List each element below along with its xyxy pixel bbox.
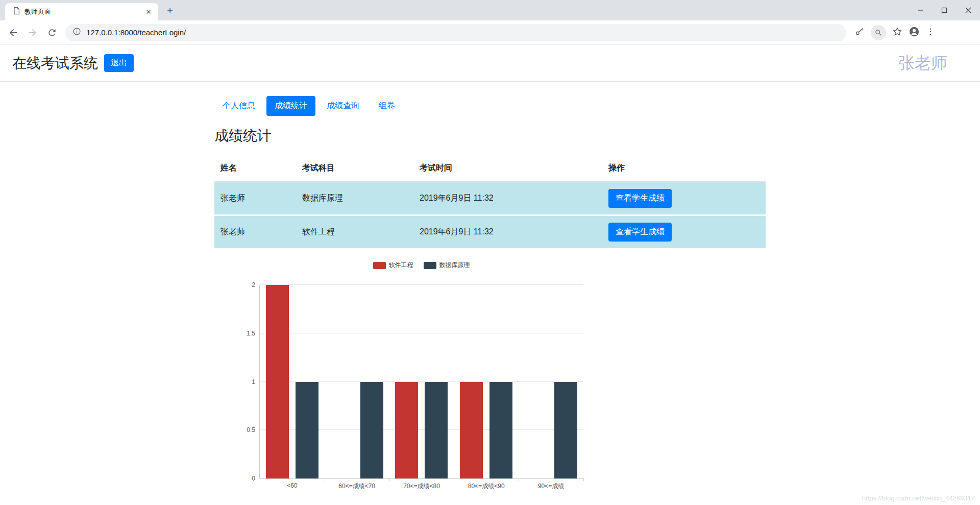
- table-row: 张老师 软件工程 2019年6月9日 11:32 查看学生成绩: [214, 215, 766, 249]
- browser-tabstrip: 教师页面 ✕ +: [0, 0, 980, 20]
- cell-subject: 软件工程: [296, 215, 413, 249]
- chart-category-cell: 60<=成绩<70: [325, 285, 389, 478]
- main-content: 个人信息 成绩统计 成绩查询 组卷 成绩统计 姓名 考试科目 考试时间 操作 张…: [214, 82, 766, 479]
- bookmark-star-icon[interactable]: [892, 27, 902, 39]
- x-axis-tick-label: 60<=成绩<70: [325, 482, 389, 491]
- chart-legend: 软件工程数据库原理: [259, 261, 583, 270]
- browser-toolbar: 127.0.0.1:8000/teacherLogin/: [0, 20, 980, 45]
- chart-category-cell: 80<=成绩<90: [454, 285, 519, 478]
- legend-swatch: [424, 262, 436, 269]
- cell-name: 张老师: [214, 182, 296, 215]
- window-maximize-button[interactable]: [932, 0, 956, 20]
- tab-paper-assembly[interactable]: 组卷: [371, 96, 403, 116]
- url-text[interactable]: 127.0.0.1:8000/teacherLogin/: [86, 28, 186, 37]
- browser-tab-title: 教师页面: [24, 7, 140, 16]
- cell-subject: 数据库原理: [296, 182, 413, 215]
- chart-category-cell: 90<=成绩: [519, 285, 583, 478]
- bar-软件工程: [395, 382, 418, 479]
- header-name: 姓名: [214, 155, 296, 182]
- tab-close-icon[interactable]: ✕: [144, 7, 153, 16]
- legend-label: 数据库原理: [439, 261, 470, 270]
- y-axis-tick-label: 1: [252, 378, 255, 386]
- x-axis-tick-label: 80<=成绩<90: [454, 482, 519, 491]
- view-student-scores-button[interactable]: 查看学生成绩: [608, 223, 672, 242]
- site-navbar: 在线考试系统 退出 张老师: [0, 45, 980, 82]
- y-axis-tick-label: 1.5: [247, 330, 255, 337]
- forward-button[interactable]: [23, 23, 42, 42]
- teacher-name: 张老师: [898, 52, 947, 75]
- site-brand: 在线考试系统: [12, 54, 98, 73]
- y-axis-tick-label: 2: [252, 281, 255, 288]
- window-minimize-button[interactable]: [908, 0, 932, 20]
- tab-score-statistics[interactable]: 成绩统计: [266, 96, 315, 116]
- chart-category-cell: <60: [260, 285, 325, 478]
- bar-数据库原理: [425, 382, 448, 479]
- new-tab-button[interactable]: +: [162, 3, 178, 18]
- address-bar[interactable]: 127.0.0.1:8000/teacherLogin/: [65, 24, 846, 41]
- view-student-scores-button[interactable]: 查看学生成绩: [608, 189, 672, 208]
- cell-name: 张老师: [214, 215, 296, 249]
- legend-item[interactable]: 软件工程: [373, 261, 413, 270]
- table-header-row: 姓名 考试科目 考试时间 操作: [214, 155, 766, 182]
- score-distribution-chart: 软件工程数据库原理 00.511.52<6060<=成绩<7070<=成绩<80…: [214, 261, 766, 479]
- legend-item[interactable]: 数据库原理: [424, 261, 470, 270]
- header-action: 操作: [602, 155, 766, 182]
- header-time: 考试时间: [413, 155, 602, 182]
- window-close-button[interactable]: [956, 0, 980, 20]
- x-axis-tick-label: 90<=成绩: [519, 482, 583, 491]
- page-title: 成绩统计: [214, 126, 766, 146]
- x-axis-tick-label: <60: [260, 482, 325, 489]
- bar-数据库原理: [360, 382, 383, 479]
- csdn-watermark: https://blog.csdn.net/weixin_44269317: [862, 494, 975, 502]
- browser-tab[interactable]: 教师页面 ✕: [5, 3, 158, 20]
- y-axis-tick-label: 0: [252, 475, 255, 482]
- toolbar-right-icons: [850, 25, 939, 40]
- bar-数据库原理: [296, 382, 318, 479]
- exam-table: 姓名 考试科目 考试时间 操作 张老师 数据库原理 2019年6月9日 11:3…: [214, 155, 766, 250]
- browser-menu-icon[interactable]: [926, 27, 935, 38]
- window-controls: [908, 0, 980, 20]
- profile-avatar-icon[interactable]: [909, 26, 920, 39]
- bar-软件工程: [460, 382, 483, 479]
- cell-time: 2019年6月9日 11:32: [413, 182, 602, 215]
- page-favicon-icon: [12, 7, 20, 17]
- cell-time: 2019年6月9日 11:32: [413, 215, 602, 249]
- back-button[interactable]: [4, 23, 22, 42]
- y-axis-tick-label: 0.5: [247, 426, 255, 434]
- bar-数据库原理: [554, 382, 577, 479]
- nav-tabs: 个人信息 成绩统计 成绩查询 组卷: [214, 96, 766, 116]
- zoom-indicator-icon[interactable]: [871, 25, 886, 40]
- tab-personal-info[interactable]: 个人信息: [214, 96, 263, 116]
- legend-label: 软件工程: [389, 261, 413, 270]
- chart-plot-area: 00.511.52<6060<=成绩<7070<=成绩<8080<=成绩<909…: [259, 285, 583, 479]
- bar-数据库原理: [489, 382, 512, 479]
- tab-score-query[interactable]: 成绩查询: [318, 96, 368, 116]
- chart-category-cell: 70<=成绩<80: [389, 285, 454, 478]
- bar-软件工程: [266, 285, 289, 478]
- table-row: 张老师 数据库原理 2019年6月9日 11:32 查看学生成绩: [214, 182, 766, 215]
- legend-swatch: [373, 262, 386, 269]
- x-axis-tick-label: 70<=成绩<80: [389, 482, 454, 491]
- password-key-icon[interactable]: [854, 27, 865, 39]
- logout-button[interactable]: 退出: [104, 54, 134, 72]
- site-info-icon[interactable]: [72, 27, 81, 38]
- header-subject: 考试科目: [296, 155, 413, 182]
- reload-button[interactable]: [43, 23, 61, 42]
